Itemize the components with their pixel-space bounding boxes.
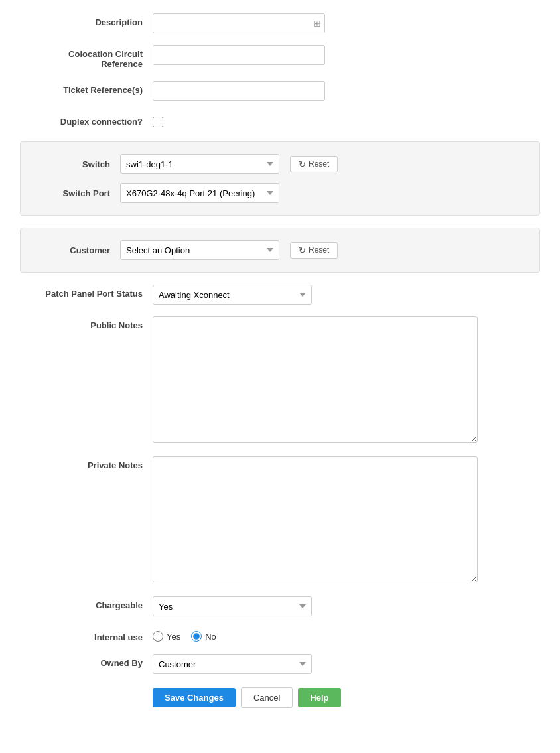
chargeable-select[interactable]: Yes No (153, 596, 312, 616)
switch-port-label: Switch Port (34, 188, 120, 198)
customer-reset-label: Reset (309, 245, 329, 255)
private-notes-textarea[interactable] (153, 456, 478, 582)
owned-by-label: Owned By (20, 654, 153, 668)
internal-no-option[interactable]: No (191, 631, 216, 642)
description-icon: ⊞ (313, 18, 321, 29)
switch-label: Switch (34, 159, 120, 169)
public-notes-textarea[interactable] (153, 316, 478, 443)
switch-port-select[interactable]: X670G2-48x-4q Port 21 (Peering) (120, 183, 279, 203)
ticket-input[interactable] (153, 81, 325, 101)
owned-by-select[interactable]: Customer Provider (153, 654, 312, 674)
cancel-button[interactable]: Cancel (241, 687, 293, 708)
internal-yes-radio[interactable] (153, 631, 163, 642)
button-row: Save Changes Cancel Help (20, 687, 540, 708)
internal-yes-option[interactable]: Yes (153, 631, 180, 642)
customer-reset-button[interactable]: ↻ Reset (290, 242, 338, 259)
switch-select[interactable]: swi1-deg1-1 (120, 154, 279, 174)
chargeable-label: Chargeable (20, 596, 153, 610)
colocation-label: Colocation Circuit Reference (20, 45, 153, 69)
description-input[interactable] (153, 13, 325, 33)
public-notes-label: Public Notes (20, 316, 153, 330)
save-button[interactable]: Save Changes (153, 688, 236, 707)
switch-reset-button[interactable]: ↻ Reset (290, 156, 338, 172)
switch-reset-label: Reset (309, 159, 329, 169)
internal-yes-label: Yes (167, 632, 180, 642)
internal-no-label: No (205, 632, 216, 642)
help-button[interactable]: Help (298, 688, 340, 707)
internal-use-radio-group: Yes No (153, 628, 540, 642)
private-notes-label: Private Notes (20, 456, 153, 470)
internal-use-label: Internal use (20, 628, 153, 642)
duplex-checkbox[interactable] (153, 117, 163, 127)
reset-icon: ↻ (299, 159, 306, 169)
patch-panel-label: Patch Panel Port Status (20, 285, 153, 299)
customer-select[interactable]: Select an Option (120, 240, 279, 260)
ticket-label: Ticket Reference(s) (20, 81, 153, 95)
patch-panel-select[interactable]: Awaiting Xconnect Connected Pending (153, 285, 312, 305)
customer-reset-icon: ↻ (299, 245, 306, 255)
description-label: Description (20, 13, 153, 27)
duplex-label: Duplex connection? (20, 113, 153, 127)
internal-no-radio[interactable] (191, 631, 202, 642)
colocation-input[interactable] (153, 45, 325, 65)
customer-label: Customer (34, 245, 120, 255)
